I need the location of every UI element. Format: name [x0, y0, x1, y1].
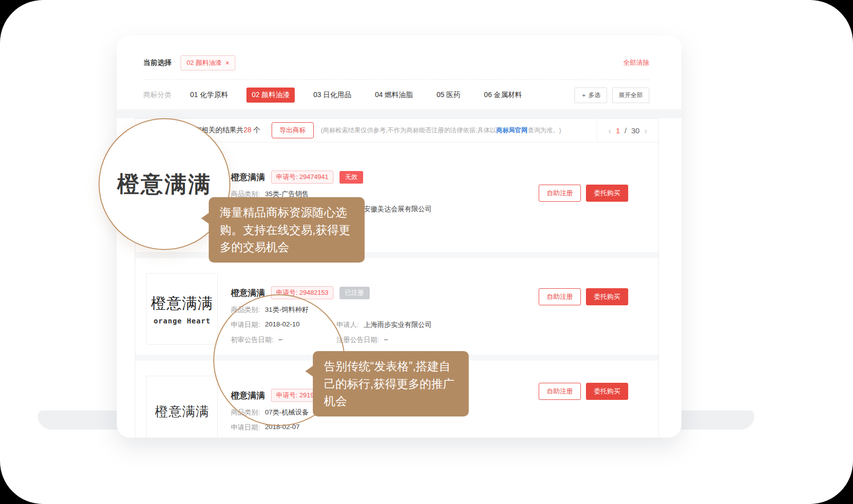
- total-pages: 30: [631, 126, 640, 135]
- trademark-thumbnail[interactable]: 橙意满满 orange Heart: [146, 273, 218, 345]
- current-page: 1: [616, 126, 620, 135]
- tooltip-text: 海量精品商标资源随心选购。支持在线交易,获得更多的交易机会: [220, 206, 350, 254]
- results-count-number: 28: [243, 126, 251, 134]
- tab-category-05[interactable]: 05 医药: [432, 88, 465, 103]
- row-actions: 自助注册 委托购买: [539, 185, 628, 202]
- tooltip-text: 告别传统“发表格”,搭建自己的标行,获得更多的推广机会: [324, 360, 454, 407]
- next-page-icon[interactable]: ›: [644, 126, 647, 135]
- prev-page-icon[interactable]: ‹: [608, 126, 611, 135]
- thumbnail-text: 橙意满满: [155, 403, 209, 421]
- section-divider-strip: [117, 109, 681, 118]
- selected-filter-tag[interactable]: 02 颜料油漆 ×: [181, 55, 235, 70]
- page-canvas: 当前选择 02 颜料油漆 × 全部清除 商标分类 01 化学原料 02 颜料油漆…: [0, 0, 853, 504]
- tab-category-02-active[interactable]: 02 颜料油漆: [246, 88, 294, 103]
- export-trademarks-button[interactable]: 导出商标: [272, 122, 314, 138]
- applicant-value: 安徽美达会展有限公司: [364, 205, 432, 214]
- tooltip-trade-resources: 海量精品商标资源随心选购。支持在线交易,获得更多的交易机会: [209, 197, 365, 263]
- clear-all-link[interactable]: 全部清除: [623, 58, 649, 67]
- entrust-purchase-button[interactable]: 委托购买: [586, 383, 628, 400]
- results-header: 检索到“橙意满满”相关的结果共28 个 导出商标 (商标检索结果仅供参考,不作为…: [135, 119, 658, 142]
- thumbnail-text: 橙意满满: [151, 293, 213, 314]
- divider: [143, 79, 649, 80]
- disclaimer-pre: (商标检索结果仅供参考,不作为商标能否注册的法律依据;具体以: [321, 127, 496, 134]
- tab-category-01[interactable]: 01 化学原料: [185, 88, 233, 103]
- tooltip-promotion: 告别传统“发表格”,搭建自己的标行,获得更多的推广机会: [313, 351, 469, 416]
- applicant-label: 申请人:: [336, 320, 359, 329]
- row-actions: 自助注册 委托购买: [539, 383, 628, 400]
- magnified-trademark-text: 橙意满满: [117, 170, 212, 199]
- disclaimer-text: (商标检索结果仅供参考,不作为商标能否注册的法律依据;具体以商标局官网查询为准。…: [321, 126, 561, 135]
- applicant-value: 上海雨步实业有限公司: [364, 320, 432, 329]
- expand-all-button[interactable]: 展开全部: [612, 88, 649, 103]
- table-row: 橙意满满 orange Heart 橙意满满 申请号: 29482153 已注册…: [135, 258, 658, 355]
- trademark-name[interactable]: 橙意满满: [231, 172, 265, 183]
- entrust-purchase-button[interactable]: 委托购买: [586, 185, 628, 202]
- page-separator: /: [625, 126, 627, 135]
- row-actions: 自助注册 委托购买: [539, 288, 628, 305]
- tooltip-arrow-icon: [201, 212, 210, 224]
- current-selection-label: 当前选择: [143, 58, 172, 67]
- status-badge: 无效: [339, 171, 363, 184]
- tooltip-arrow-icon: [305, 365, 314, 377]
- selected-filter-tag-label: 02 颜料油漆: [187, 58, 222, 67]
- tab-category-03[interactable]: 03 日化用品: [308, 88, 356, 103]
- self-register-button[interactable]: 自助注册: [539, 383, 581, 400]
- pagination: ‹ 1 / 30 ›: [596, 119, 658, 142]
- trademark-thumbnail[interactable]: 橙意满满: [146, 376, 218, 438]
- tab-category-04[interactable]: 04 燃料油脂: [370, 88, 417, 103]
- current-selection-bar: 当前选择 02 颜料油漆 × 全部清除: [143, 55, 649, 70]
- entrust-purchase-button[interactable]: 委托购买: [586, 288, 628, 305]
- thumbnail-subtext: orange Heart: [153, 317, 210, 325]
- category-bar-label: 商标分类: [143, 91, 172, 100]
- status-badge: 已注册: [339, 287, 370, 299]
- disclaimer-post: 查询为准。): [528, 127, 561, 134]
- self-register-button[interactable]: 自助注册: [539, 185, 581, 202]
- close-icon[interactable]: ×: [225, 59, 229, 66]
- tab-category-06[interactable]: 06 金属材料: [479, 88, 527, 103]
- registration-publication-value: –: [384, 335, 388, 345]
- multi-select-button[interactable]: ＋ 多选: [574, 88, 607, 103]
- application-number-tag: 申请号: 29474941: [271, 171, 333, 184]
- results-count-suffix: 个: [251, 126, 261, 134]
- self-register-button[interactable]: 自助注册: [539, 288, 581, 305]
- apply-date-label: 申请日期:: [231, 423, 260, 432]
- category-bar: 商标分类 01 化学原料 02 颜料油漆 03 日化用品 04 燃料油脂 05 …: [143, 87, 649, 103]
- trademark-office-link[interactable]: 商标局官网: [496, 127, 528, 134]
